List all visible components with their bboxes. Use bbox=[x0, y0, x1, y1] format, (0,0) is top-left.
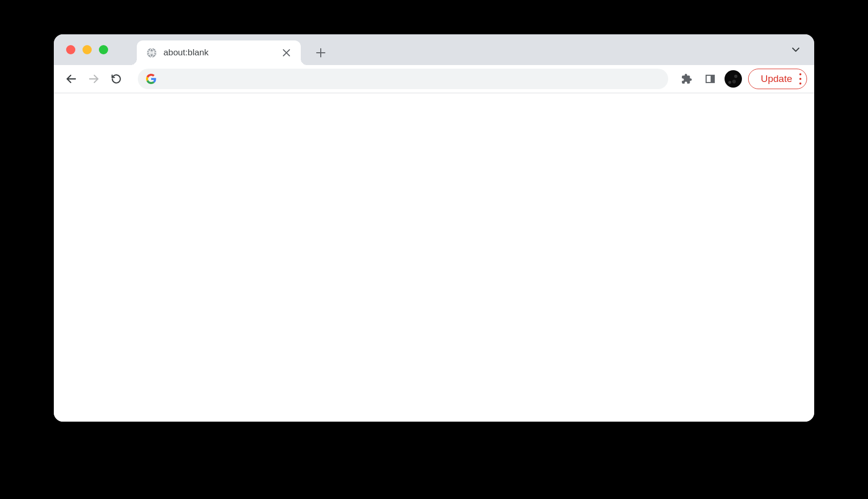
more-icon bbox=[799, 73, 801, 85]
toolbar: Update bbox=[54, 65, 814, 93]
plus-icon bbox=[316, 48, 326, 58]
reload-button[interactable] bbox=[106, 69, 127, 89]
tab-close-button[interactable] bbox=[281, 48, 292, 58]
tab[interactable]: about:blank bbox=[137, 40, 301, 65]
window-minimize-button[interactable] bbox=[82, 45, 92, 54]
traffic-lights bbox=[66, 45, 108, 54]
puzzle-icon bbox=[681, 73, 692, 85]
toolbar-right: Update bbox=[676, 69, 807, 89]
arrow-left-icon bbox=[65, 73, 77, 85]
reload-icon bbox=[111, 73, 122, 85]
profile-avatar[interactable] bbox=[725, 70, 742, 88]
new-tab-button[interactable] bbox=[311, 43, 330, 63]
back-button[interactable] bbox=[61, 69, 81, 89]
tab-title: about:blank bbox=[163, 48, 281, 58]
tab-bar: about:blank bbox=[54, 34, 814, 65]
address-input[interactable] bbox=[161, 74, 660, 84]
side-panel-button[interactable] bbox=[700, 69, 720, 89]
forward-button[interactable] bbox=[84, 69, 104, 89]
browser-window: about:blank bbox=[54, 34, 814, 422]
panel-icon bbox=[705, 74, 715, 84]
update-button[interactable]: Update bbox=[748, 69, 807, 89]
svg-rect-2 bbox=[711, 75, 714, 82]
window-maximize-button[interactable] bbox=[99, 45, 108, 54]
arrow-right-icon bbox=[88, 73, 100, 85]
extensions-button[interactable] bbox=[676, 69, 697, 89]
page-content bbox=[54, 93, 814, 422]
window-close-button[interactable] bbox=[66, 45, 75, 54]
address-bar[interactable] bbox=[138, 69, 668, 89]
chevron-down-icon bbox=[791, 45, 800, 54]
tabs-dropdown-button[interactable] bbox=[788, 41, 804, 58]
globe-icon bbox=[146, 47, 157, 58]
close-icon bbox=[283, 49, 290, 56]
google-icon bbox=[146, 74, 156, 84]
update-label: Update bbox=[761, 73, 792, 85]
